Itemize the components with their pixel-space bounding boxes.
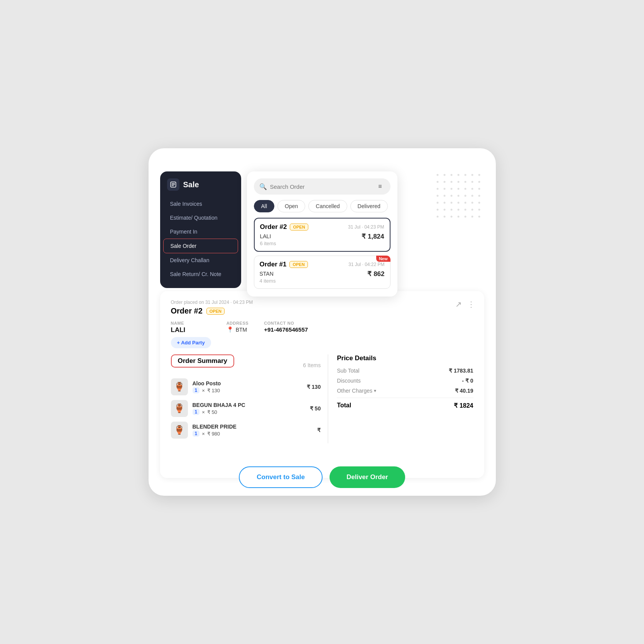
search-input[interactable]: [270, 183, 372, 190]
svg-point-6: [450, 174, 452, 176]
order-2-items: 6 items: [260, 241, 384, 246]
item-qty-3: 1 × ₹ 980: [193, 430, 313, 437]
order-1-id: Order #1: [260, 261, 287, 268]
svg-point-36: [464, 202, 466, 204]
discounts-amount: - ₹ 0: [462, 378, 473, 384]
item-qty-1: 1 × ₹ 130: [193, 387, 302, 393]
svg-point-34: [450, 202, 452, 204]
svg-point-50: [464, 216, 466, 218]
order-card-1[interactable]: New Order #1 OPEN 31 Jul · 04:22 PM STAN…: [254, 256, 390, 289]
svg-point-46: [436, 216, 438, 218]
svg-point-14: [457, 181, 459, 183]
sidebar-item-payment-in[interactable]: Payment In: [163, 225, 238, 239]
order-1-customer: STAN: [260, 271, 274, 277]
svg-point-19: [443, 188, 445, 190]
svg-point-4: [436, 174, 438, 176]
total-label: Total: [337, 402, 351, 409]
svg-point-30: [471, 195, 473, 197]
item-name-2: BEGUN BHAJA 4 PC: [193, 402, 305, 408]
sidebar-item-sale-return[interactable]: Sale Return/ Cr. Note: [163, 267, 238, 281]
order-1-new-badge: New: [376, 256, 390, 262]
search-icon: 🔍: [259, 183, 267, 190]
detail-panel: ↗ ⋮ Order placed on 31 Jul 2024 · 04:23 …: [160, 291, 484, 478]
svg-point-23: [471, 188, 473, 190]
sidebar-item-estimate-quotation[interactable]: Estimate/ Quotation: [163, 211, 238, 225]
list-item: 🏺 BEGUN BHAJA 4 PC 1 × ₹ 50 ₹ 50: [171, 400, 321, 417]
svg-point-39: [436, 209, 438, 211]
item-total-1: ₹ 130: [307, 384, 321, 390]
svg-point-41: [450, 209, 452, 211]
order-1-items: 4 items: [260, 278, 385, 284]
share-icon[interactable]: ↗: [455, 300, 462, 309]
more-options-icon[interactable]: ⋮: [467, 300, 475, 309]
discounts-label: Discounts: [337, 378, 360, 384]
svg-point-35: [457, 202, 459, 204]
tab-delivered[interactable]: Delivered: [350, 200, 388, 212]
svg-point-15: [464, 181, 466, 183]
svg-point-21: [457, 188, 459, 190]
other-charges-amount: ₹ 40.19: [455, 388, 473, 394]
detail-address-block: ADDRESS 📍 BTM: [226, 321, 249, 348]
other-charges-row: Other Charges ▾ ₹ 40.19: [337, 388, 473, 394]
filter-button[interactable]: ≡: [375, 181, 385, 192]
order-summary-title: Order Summary: [171, 354, 235, 368]
svg-point-52: [478, 216, 480, 218]
total-amount: ₹ 1824: [454, 402, 473, 409]
address-value: 📍 BTM: [226, 326, 249, 333]
sidebar-item-sale-invoices[interactable]: Sale Invoices: [163, 197, 238, 211]
order-2-date: 31 Jul · 04:23 PM: [348, 224, 384, 230]
item-name-3: BLENDER PRIDE: [193, 424, 313, 430]
item-qty-2: 1 × ₹ 50: [193, 409, 305, 415]
detail-order-num: Order #2: [171, 307, 203, 315]
tab-open[interactable]: Open: [277, 200, 305, 212]
order-2-amount: ₹ 1,824: [362, 232, 384, 241]
item-info-2: BEGUN BHAJA 4 PC 1 × ₹ 50: [193, 402, 305, 415]
svg-point-31: [478, 195, 480, 197]
svg-point-24: [478, 188, 480, 190]
list-item: 🏺 BLENDER PRIDE 1 × ₹ 980 ₹: [171, 422, 321, 439]
address-label: ADDRESS: [226, 321, 249, 325]
order-2-status: OPEN: [290, 224, 308, 230]
order-1-status: OPEN: [289, 261, 308, 268]
svg-point-7: [457, 174, 459, 176]
order-card-2[interactable]: Order #2 OPEN 31 Jul · 04:23 PM LALI ₹ 1…: [254, 218, 390, 252]
item-info-3: BLENDER PRIDE 1 × ₹ 980: [193, 424, 313, 437]
item-thumb-3: 🏺: [171, 422, 188, 439]
order-1-amount: ₹ 862: [367, 270, 384, 278]
other-charges-label: Other Charges ▾: [337, 388, 376, 394]
convert-to-sale-button[interactable]: Convert to Sale: [239, 466, 323, 488]
name-value: LALI: [171, 326, 211, 334]
unit-price-3: ₹ 980: [207, 431, 220, 437]
svg-point-9: [471, 174, 473, 176]
svg-point-17: [478, 181, 480, 183]
price-divider: [337, 398, 473, 398]
price-details-col: Price Details Sub Total ₹ 1783.81 Discou…: [328, 354, 473, 443]
svg-point-51: [471, 216, 473, 218]
svg-point-10: [478, 174, 480, 176]
sub-total-row: Sub Total ₹ 1783.81: [337, 368, 473, 374]
item-total-3: ₹: [317, 427, 321, 433]
total-row: Total ₹ 1824: [337, 402, 473, 409]
detail-contact-block: CONTACT NO +91-4676546557: [264, 321, 308, 348]
svg-point-48: [450, 216, 452, 218]
svg-point-40: [443, 209, 445, 211]
sidebar-item-sale-order[interactable]: Sale Order: [163, 239, 238, 253]
tab-row: All Open Cancelled Delivered: [254, 200, 390, 212]
sale-icon: [167, 178, 179, 191]
tab-all[interactable]: All: [254, 200, 275, 212]
item-name-1: Aloo Posto: [193, 380, 302, 386]
contact-value: +91-4676546557: [264, 326, 308, 333]
location-icon: 📍: [226, 326, 234, 333]
contact-label: CONTACT NO: [264, 321, 308, 325]
order-summary-col: Order Summary 6 Items 🏺 Aloo Posto 1 × ₹…: [171, 354, 329, 443]
add-party-button[interactable]: + Add Party: [171, 337, 211, 348]
svg-point-8: [464, 174, 466, 176]
sidebar-item-delivery-challan[interactable]: Delivery Challan: [163, 253, 238, 267]
deliver-order-button[interactable]: Deliver Order: [330, 466, 405, 488]
svg-point-27: [450, 195, 452, 197]
svg-point-49: [457, 216, 459, 218]
svg-point-26: [443, 195, 445, 197]
tab-cancelled[interactable]: Cancelled: [308, 200, 347, 212]
chevron-down-icon: ▾: [374, 388, 376, 393]
list-item: 🏺 Aloo Posto 1 × ₹ 130 ₹ 130: [171, 378, 321, 395]
